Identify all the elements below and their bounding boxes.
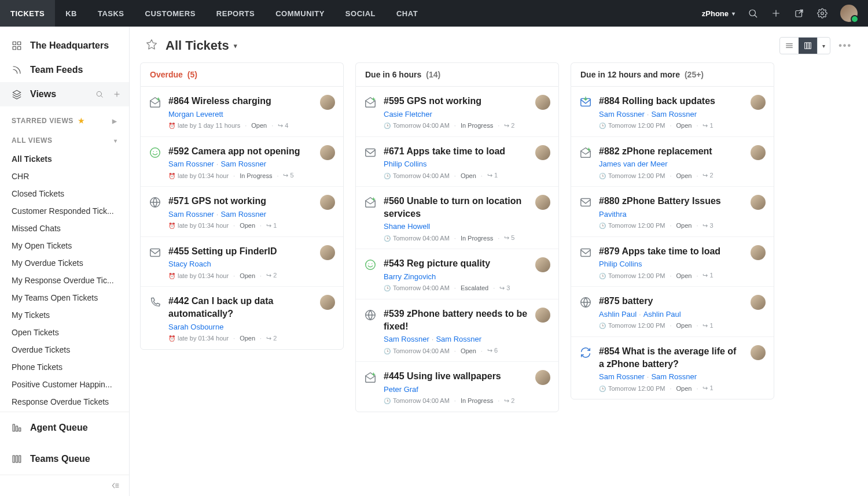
more-menu-icon[interactable]: ••• xyxy=(838,40,852,51)
assignee-avatar[interactable] xyxy=(320,195,335,210)
assignee-link[interactable]: Pavithra xyxy=(599,210,627,219)
assignee-avatar[interactable] xyxy=(751,145,766,160)
ticket-card[interactable]: #854 What is the average life of a zPhon… xyxy=(571,336,774,399)
external-window-icon[interactable] xyxy=(794,8,804,18)
ticket-card[interactable]: #671 Apps take time to loadPhilip Collin… xyxy=(356,136,558,187)
assignee-link[interactable]: Sarah Osbourne xyxy=(168,323,223,331)
assignee-link[interactable]: Peter Graf xyxy=(384,385,418,394)
view-item[interactable]: Customer Responded Tick... xyxy=(0,202,129,220)
sidebar-collapse[interactable] xyxy=(0,475,129,496)
view-item[interactable]: Closed Tickets xyxy=(0,185,129,202)
assignee-link[interactable]: Sam Rossner xyxy=(384,335,429,343)
ticket-card[interactable]: #543 Reg picture qualityBarry ZingovichT… xyxy=(356,249,558,299)
page-title-dropdown[interactable]: All Tickets ▾ xyxy=(165,38,237,53)
ticket-card[interactable]: #884 Rolling back updatesSam Rossner·Sam… xyxy=(571,87,774,136)
assignee-avatar[interactable] xyxy=(535,95,550,110)
assignee-link[interactable]: Barry Zingovich xyxy=(384,272,436,281)
nav-tab-social[interactable]: SOCIAL xyxy=(335,0,386,27)
view-item[interactable]: Response Overdue Tickets xyxy=(0,393,129,410)
view-item[interactable]: My Response Overdue Tic... xyxy=(0,272,129,289)
assignee-avatar[interactable] xyxy=(751,245,766,260)
nav-tab-tasks[interactable]: TASKS xyxy=(87,0,135,27)
ticket-card[interactable]: #875 batteryAshlin Paul·Ashlin PaulTomor… xyxy=(571,286,774,336)
nav-tab-chat[interactable]: CHAT xyxy=(386,0,428,27)
assignee-avatar[interactable] xyxy=(535,195,550,210)
ticket-card[interactable]: #880 zPhone Battery IssuesPavithraTomorr… xyxy=(571,186,774,236)
view-item[interactable]: Missed Chats xyxy=(0,220,129,237)
starred-views-header[interactable]: STARRED VIEWS ★ ▶ xyxy=(0,109,129,128)
assignee-link[interactable]: Sam Rossner xyxy=(220,160,266,168)
assignee-avatar[interactable] xyxy=(535,257,550,272)
assignee-avatar[interactable] xyxy=(320,145,335,160)
ticket-card[interactable]: #571 GPS not workingSam Rossner·Sam Ross… xyxy=(141,186,343,236)
view-item[interactable]: Phone Tickets xyxy=(0,358,129,376)
assignee-avatar[interactable] xyxy=(320,95,335,110)
ticket-card[interactable]: #595 GPS not workingCasie FletcherTomorr… xyxy=(356,87,558,136)
sidebar-views[interactable]: Views xyxy=(0,82,129,106)
gear-icon[interactable] xyxy=(817,8,827,18)
assignee-link[interactable]: Philip Collins xyxy=(384,160,426,168)
views-add-icon[interactable] xyxy=(113,90,121,98)
nav-tab-reports[interactable]: REPORTS xyxy=(206,0,265,27)
brand-dropdown[interactable]: zPhone ▾ xyxy=(702,9,735,18)
assignee-avatar[interactable] xyxy=(320,245,335,260)
ticket-card[interactable]: #864 Wireless chargingMorgan Leverettlat… xyxy=(141,87,343,136)
nav-tab-kb[interactable]: KB xyxy=(55,0,87,27)
assignee-link[interactable]: Sam Rossner xyxy=(168,210,214,219)
ticket-card[interactable]: #592 Camera app not openingSam Rossner·S… xyxy=(141,136,343,187)
sidebar-team-feeds[interactable]: Team Feeds xyxy=(0,58,129,82)
nav-tab-tickets[interactable]: TICKETS xyxy=(0,0,55,27)
assignee-link[interactable]: Sam Rossner xyxy=(599,110,645,119)
assignee-avatar[interactable] xyxy=(320,295,335,310)
view-caret-button[interactable]: ▾ xyxy=(817,38,830,54)
assignee-link[interactable]: Stacy Roach xyxy=(168,260,211,268)
view-item[interactable]: My Tickets xyxy=(0,306,129,324)
assignee-link[interactable]: Morgan Leverett xyxy=(168,110,223,119)
all-views-header[interactable]: ALL VIEWS ▾ xyxy=(0,128,129,148)
ticket-card[interactable]: #455 Setting up FinderIDStacy Roachlate … xyxy=(141,236,343,287)
assignee-link[interactable]: Sam Rossner xyxy=(651,372,697,381)
search-icon[interactable] xyxy=(748,8,758,18)
assignee-avatar[interactable] xyxy=(535,308,550,323)
ticket-card[interactable]: #882 zPhone replacementJames van der Mee… xyxy=(571,136,774,187)
ticket-card[interactable]: #442 Can I back up data automatically?Sa… xyxy=(141,286,343,349)
user-avatar[interactable] xyxy=(840,5,858,22)
assignee-link[interactable]: Sam Rossner xyxy=(599,372,645,381)
assignee-link[interactable]: Sam Rossner xyxy=(436,335,481,343)
assignee-link[interactable]: Casie Fletcher xyxy=(384,110,432,119)
ticket-card[interactable]: #879 Apps take time to loadPhilip Collin… xyxy=(571,236,774,287)
ticket-card[interactable]: #560 Unable to turn on location services… xyxy=(356,186,558,249)
favorite-star-icon[interactable] xyxy=(146,39,157,53)
assignee-avatar[interactable] xyxy=(751,195,766,210)
assignee-avatar[interactable] xyxy=(751,345,766,360)
sidebar-teams-queue[interactable]: Teams Queue xyxy=(0,443,129,475)
view-item[interactable]: Open Tickets xyxy=(0,324,129,341)
view-item[interactable]: My Teams Open Tickets xyxy=(0,289,129,306)
view-item[interactable]: Positive Customer Happin... xyxy=(0,376,129,393)
sidebar-agent-queue[interactable]: Agent Queue xyxy=(0,412,129,443)
assignee-avatar[interactable] xyxy=(535,370,550,385)
assignee-link[interactable]: Sam Rossner xyxy=(651,110,697,119)
view-item[interactable]: All Tickets xyxy=(0,150,129,168)
assignee-link[interactable]: Sam Rossner xyxy=(220,210,266,219)
assignee-link[interactable]: Ashlin Paul xyxy=(599,310,637,319)
assignee-avatar[interactable] xyxy=(751,295,766,310)
view-list-button[interactable] xyxy=(780,38,799,54)
sidebar-headquarters[interactable]: The Headquarters xyxy=(0,34,129,58)
views-search-icon[interactable] xyxy=(95,90,104,98)
nav-tab-customers[interactable]: CUSTOMERS xyxy=(135,0,206,27)
view-item[interactable]: My Open Tickets xyxy=(0,237,129,254)
view-item[interactable]: CHR xyxy=(0,168,129,185)
plus-icon[interactable] xyxy=(771,8,781,18)
ticket-card[interactable]: #539 zPhone battery needs to be fixed!Sa… xyxy=(356,299,558,361)
ticket-card[interactable]: #445 Using live wallpapersPeter GrafTomo… xyxy=(356,361,558,412)
nav-tab-community[interactable]: COMMUNITY xyxy=(265,0,335,27)
view-item[interactable]: Overdue Tickets xyxy=(0,341,129,358)
view-board-button[interactable] xyxy=(799,38,817,54)
view-item[interactable]: My Overdue Tickets xyxy=(0,254,129,272)
assignee-link[interactable]: Sam Rossner xyxy=(168,160,214,168)
assignee-link[interactable]: Philip Collins xyxy=(599,260,642,268)
assignee-link[interactable]: Ashlin Paul xyxy=(643,310,681,319)
assignee-avatar[interactable] xyxy=(535,145,550,160)
assignee-avatar[interactable] xyxy=(751,95,766,110)
